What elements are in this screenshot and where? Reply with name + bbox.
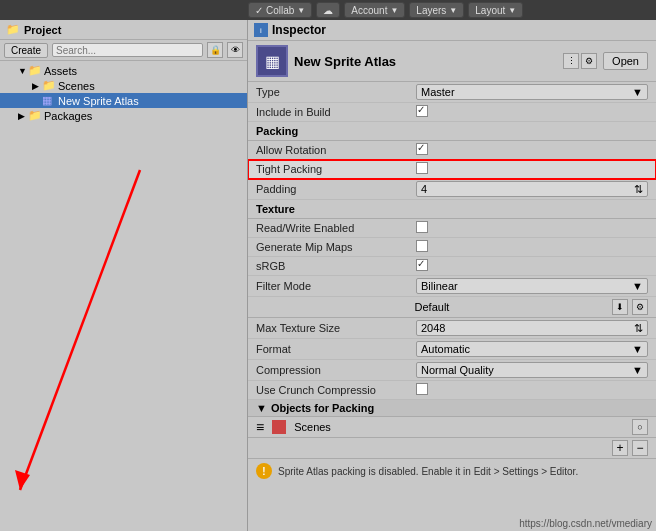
srgb-row: sRGB: [248, 257, 656, 276]
add-remove-row: + −: [248, 438, 656, 459]
asset-header: ▦ New Sprite Atlas ⋮ ⚙ Open: [248, 41, 656, 82]
type-row: Type Master ▼: [248, 82, 656, 103]
warning-icon: !: [256, 463, 272, 479]
padding-row: Padding 4 ⇅: [248, 179, 656, 200]
lock-icon[interactable]: 🔒: [207, 42, 223, 58]
compression-dropdown[interactable]: Normal Quality ▼: [416, 362, 648, 378]
top-bar: ✓ Collab ▼ ☁ Account ▼ Layers ▼ Layout ▼: [0, 0, 656, 20]
inspector-body: Type Master ▼ Include in Build: [248, 82, 656, 516]
chevron-down-icon: ▼: [297, 6, 305, 15]
tree-item-new-sprite-atlas[interactable]: ▦ New Sprite Atlas: [0, 93, 247, 108]
inspector-title: Inspector: [272, 23, 326, 37]
project-toolbar: Create 🔒 👁: [0, 40, 247, 61]
tree-item-packages[interactable]: ▶ 📁 Packages: [0, 108, 247, 123]
left-panel: 📁 Project Create 🔒 👁 ▼ 📁 Assets: [0, 20, 248, 531]
layers-button[interactable]: Layers ▼: [409, 2, 464, 18]
search-input[interactable]: [52, 43, 203, 57]
sprite-atlas-icon: ▦: [42, 94, 56, 107]
inspector-panel: i Inspector ▦ New Sprite Atlas ⋮ ⚙ Open …: [248, 20, 656, 531]
chevron-down-icon: ▼: [632, 364, 643, 376]
inspector-tab: i Inspector: [248, 20, 656, 41]
stepper-icon: ⇅: [634, 183, 643, 196]
cloud-button[interactable]: ☁: [316, 2, 340, 18]
expand-arrow: ▶: [18, 111, 28, 121]
include-in-build-checkbox[interactable]: [416, 105, 428, 117]
chevron-down-icon: ▼: [632, 86, 643, 98]
default-bar: Default ⬇ ⚙: [248, 297, 656, 318]
filter-mode-dropdown[interactable]: Bilinear ▼: [416, 278, 648, 294]
include-in-build-row: Include in Build: [248, 103, 656, 122]
srgb-checkbox[interactable]: [416, 259, 428, 271]
remove-button[interactable]: −: [632, 440, 648, 456]
mip-maps-checkbox[interactable]: [416, 240, 428, 252]
chevron-down-icon: ▼: [508, 6, 516, 15]
add-button[interactable]: +: [612, 440, 628, 456]
settings-button[interactable]: ⚙: [632, 299, 648, 315]
crunch-row: Use Crunch Compressio: [248, 381, 656, 400]
folder-icon: 📁: [28, 64, 42, 77]
stepper-icon: ⇅: [634, 322, 643, 335]
allow-rotation-checkbox[interactable]: [416, 143, 428, 155]
mip-maps-row: Generate Mip Maps: [248, 238, 656, 257]
watermark: https://blog.csdn.net/vmediary: [248, 516, 656, 531]
scenes-label: Scenes: [294, 421, 331, 433]
tree-item-scenes[interactable]: ▶ 📁 Scenes: [0, 78, 247, 93]
open-button[interactable]: Open: [603, 52, 648, 70]
cloud-icon: ☁: [323, 5, 333, 16]
sprite-atlas-asset-icon: ▦: [256, 45, 288, 77]
expand-arrow: ▼: [18, 66, 28, 76]
texture-section: Texture: [248, 200, 656, 219]
filter-mode-row: Filter Mode Bilinear ▼: [248, 276, 656, 297]
eye-icon[interactable]: 👁: [227, 42, 243, 58]
chevron-down-icon: ▼: [632, 280, 643, 292]
notice-text: Sprite Atlas packing is disabled. Enable…: [278, 466, 578, 477]
allow-rotation-row: Allow Rotation: [248, 141, 656, 160]
max-texture-dropdown[interactable]: 2048 ⇅: [416, 320, 648, 336]
scene-icon: [272, 420, 286, 434]
inspector-icon: i: [254, 23, 268, 37]
project-panel-header: 📁 Project: [0, 20, 247, 40]
collab-button[interactable]: ✓ Collab ▼: [248, 2, 312, 18]
download-button[interactable]: ⬇: [612, 299, 628, 315]
notice-row: ! Sprite Atlas packing is disabled. Enab…: [248, 459, 656, 483]
folder-icon: 📁: [28, 109, 42, 122]
rw-enabled-row: Read/Write Enabled: [248, 219, 656, 238]
folder-icon: 📁: [6, 23, 20, 36]
project-tree: ▼ 📁 Assets ▶ 📁 Scenes ▦ New Sprite At: [0, 61, 247, 531]
tight-packing-checkbox[interactable]: [416, 162, 428, 174]
drag-handle-icon: ≡: [256, 419, 264, 435]
expand-arrow: ▶: [32, 81, 42, 91]
type-dropdown[interactable]: Master ▼: [416, 84, 648, 100]
tight-packing-row: Tight Packing: [248, 160, 656, 179]
account-button[interactable]: Account ▼: [344, 2, 405, 18]
project-title: Project: [24, 24, 61, 36]
rw-enabled-checkbox[interactable]: [416, 221, 428, 233]
checkmark-icon: ✓: [255, 5, 263, 16]
crunch-checkbox[interactable]: [416, 383, 428, 395]
format-dropdown[interactable]: Automatic ▼: [416, 341, 648, 357]
format-row: Format Automatic ▼: [248, 339, 656, 360]
chevron-down-icon: ▼: [390, 6, 398, 15]
create-button[interactable]: Create: [4, 43, 48, 58]
layout-button[interactable]: Layout ▼: [468, 2, 523, 18]
asset-options-button[interactable]: ⋮: [563, 53, 579, 69]
chevron-down-icon: ▼: [449, 6, 457, 15]
asset-name: New Sprite Atlas: [294, 54, 557, 69]
compression-row: Compression Normal Quality ▼: [248, 360, 656, 381]
triangle-icon: ▼: [256, 402, 267, 414]
padding-dropdown[interactable]: 4 ⇅: [416, 181, 648, 197]
scene-settings-button[interactable]: ○: [632, 419, 648, 435]
default-label: Default: [256, 301, 608, 313]
max-texture-row: Max Texture Size 2048 ⇅: [248, 318, 656, 339]
asset-settings-button[interactable]: ⚙: [581, 53, 597, 69]
scenes-row: ≡ Scenes ○: [248, 417, 656, 438]
folder-icon: 📁: [42, 79, 56, 92]
packing-section: Packing: [248, 122, 656, 141]
tree-item-assets[interactable]: ▼ 📁 Assets: [0, 63, 247, 78]
objects-for-packing-header: ▼ Objects for Packing: [248, 400, 656, 417]
chevron-down-icon: ▼: [632, 343, 643, 355]
